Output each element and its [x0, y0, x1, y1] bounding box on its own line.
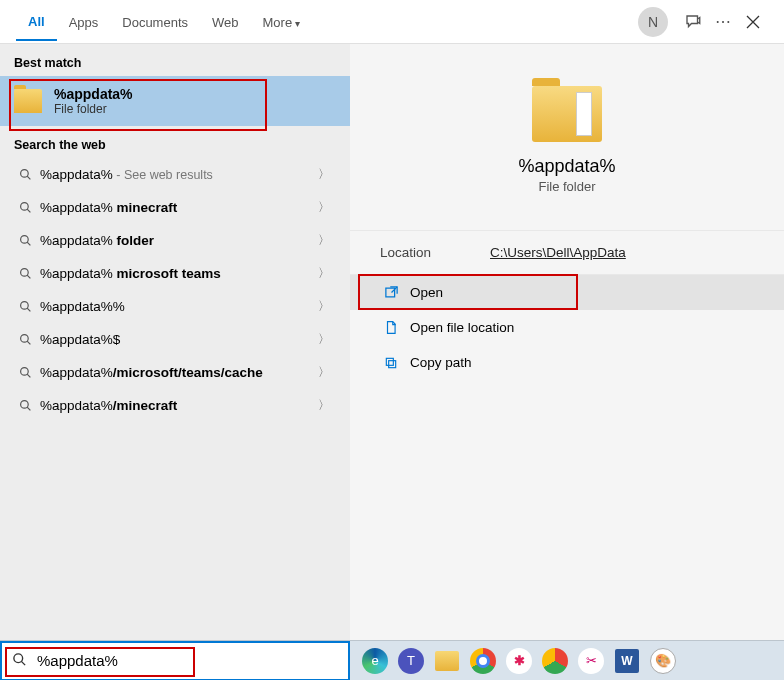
location-row: Location C:\Users\Dell\AppData: [350, 230, 784, 275]
user-avatar[interactable]: N: [638, 7, 668, 37]
location-link[interactable]: C:\Users\Dell\AppData: [490, 245, 626, 260]
folder-icon-large: [532, 86, 602, 142]
svg-point-3: [20, 269, 28, 277]
web-result[interactable]: %appdata% folder〉: [0, 224, 350, 257]
preview-panel: %appdata% File folder Location C:\Users\…: [350, 44, 784, 640]
action-open[interactable]: Open: [350, 275, 784, 310]
chevron-right-icon: 〉: [318, 397, 336, 414]
search-icon: [2, 652, 37, 670]
chevron-right-icon: 〉: [318, 364, 336, 381]
feedback-icon[interactable]: [678, 7, 708, 37]
search-icon: [14, 366, 36, 379]
tab-apps[interactable]: Apps: [57, 3, 111, 40]
results-panel: Best match %appdata% File folder Search …: [0, 44, 350, 640]
web-result[interactable]: %appdata% - See web results〉: [0, 158, 350, 191]
action-open-location-label: Open file location: [410, 320, 514, 335]
web-result-text: %appdata%$: [40, 332, 318, 347]
svg-point-7: [20, 401, 28, 409]
tab-web[interactable]: Web: [200, 3, 251, 40]
web-result-text: %appdata% - See web results: [40, 167, 318, 182]
svg-point-11: [14, 653, 23, 662]
snip-icon[interactable]: ✂: [576, 646, 606, 676]
folder-icon: [14, 89, 42, 113]
web-result[interactable]: %appdata%/minecraft〉: [0, 389, 350, 422]
search-icon: [14, 300, 36, 313]
svg-point-1: [20, 203, 28, 211]
chrome-icon[interactable]: [468, 646, 498, 676]
tab-more[interactable]: More▾: [251, 3, 313, 40]
explorer-icon[interactable]: [432, 646, 462, 676]
svg-point-5: [20, 335, 28, 343]
web-result-text: %appdata%%: [40, 299, 318, 314]
web-result[interactable]: %appdata%/microsoft/teams/cache〉: [0, 356, 350, 389]
web-result-text: %appdata% microsoft teams: [40, 266, 318, 281]
web-result-text: %appdata%/minecraft: [40, 398, 318, 413]
search-icon: [14, 267, 36, 280]
svg-rect-9: [389, 360, 396, 367]
best-match-title: %appdata%: [54, 86, 133, 102]
action-copy-path-label: Copy path: [410, 355, 472, 370]
taskbar-search[interactable]: [0, 641, 350, 681]
best-match-subtitle: File folder: [54, 102, 133, 116]
word-icon[interactable]: W: [612, 646, 642, 676]
preview-subtitle: File folder: [350, 179, 784, 194]
more-options-icon[interactable]: ⋯: [708, 7, 738, 37]
taskbar-apps: e T ✱ ✂ W 🎨: [350, 646, 678, 676]
chevron-right-icon: 〉: [318, 265, 336, 282]
svg-point-0: [20, 170, 28, 178]
tab-all[interactable]: All: [16, 2, 57, 41]
tab-documents[interactable]: Documents: [110, 3, 200, 40]
search-icon: [14, 399, 36, 412]
web-result-text: %appdata% folder: [40, 233, 318, 248]
search-web-label: Search the web: [0, 126, 350, 158]
svg-point-6: [20, 368, 28, 376]
search-tabs: All Apps Documents Web More▾ N ⋯: [0, 0, 784, 44]
svg-point-4: [20, 302, 28, 310]
chevron-right-icon: 〉: [318, 166, 336, 183]
search-icon: [14, 201, 36, 214]
chevron-right-icon: 〉: [318, 199, 336, 216]
close-icon[interactable]: [738, 7, 768, 37]
web-result[interactable]: %appdata% minecraft〉: [0, 191, 350, 224]
search-icon: [14, 333, 36, 346]
chrome-canary-icon[interactable]: [540, 646, 570, 676]
web-result-text: %appdata% minecraft: [40, 200, 318, 215]
paint-icon[interactable]: 🎨: [648, 646, 678, 676]
web-result[interactable]: %appdata% microsoft teams〉: [0, 257, 350, 290]
open-icon: [380, 285, 402, 300]
copy-icon: [380, 356, 402, 370]
svg-rect-10: [386, 358, 393, 365]
svg-point-2: [20, 236, 28, 244]
chevron-down-icon: ▾: [295, 18, 300, 29]
search-icon: [14, 168, 36, 181]
file-location-icon: [380, 320, 402, 335]
web-result[interactable]: %appdata%$〉: [0, 323, 350, 356]
preview-title: %appdata%: [350, 156, 784, 177]
taskbar: e T ✱ ✂ W 🎨: [0, 640, 784, 680]
best-match-item[interactable]: %appdata% File folder: [0, 76, 350, 126]
svg-rect-8: [385, 288, 394, 297]
teams-icon[interactable]: T: [396, 646, 426, 676]
edge-icon[interactable]: e: [360, 646, 390, 676]
best-match-label: Best match: [0, 44, 350, 76]
slack-icon[interactable]: ✱: [504, 646, 534, 676]
action-open-label: Open: [410, 285, 443, 300]
chevron-right-icon: 〉: [318, 298, 336, 315]
chevron-right-icon: 〉: [318, 331, 336, 348]
location-label: Location: [380, 245, 490, 260]
search-icon: [14, 234, 36, 247]
action-copy-path[interactable]: Copy path: [350, 345, 784, 380]
search-input[interactable]: [37, 643, 348, 679]
web-result[interactable]: %appdata%%〉: [0, 290, 350, 323]
chevron-right-icon: 〉: [318, 232, 336, 249]
web-result-text: %appdata%/microsoft/teams/cache: [40, 365, 318, 380]
action-open-file-location[interactable]: Open file location: [350, 310, 784, 345]
